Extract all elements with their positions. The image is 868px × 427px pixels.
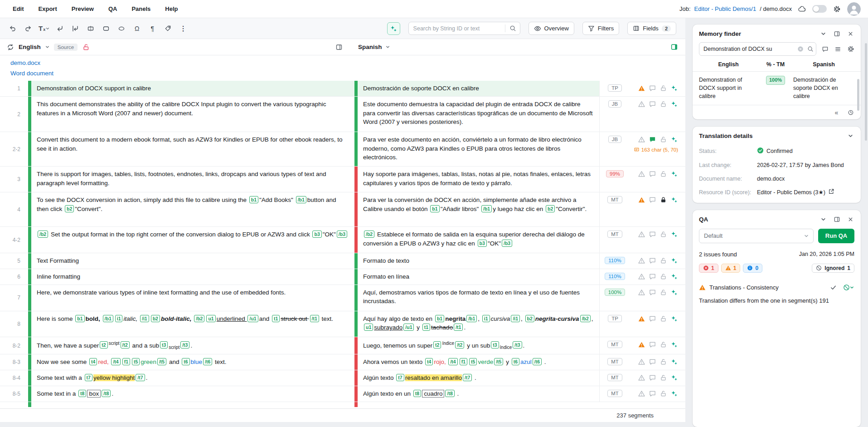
ai-sparkle-icon[interactable] <box>670 273 678 280</box>
inline-tag[interactable]: /b1 <box>481 205 492 212</box>
menu-export[interactable]: Export <box>39 5 57 12</box>
collapse-panel-icon[interactable] <box>820 30 827 38</box>
warning-icon[interactable] <box>638 341 645 348</box>
inline-tag[interactable]: /t7 <box>463 374 472 381</box>
ai-sparkle-icon[interactable] <box>670 84 678 92</box>
unlock-icon[interactable] <box>659 257 667 265</box>
collapse-source-panel-icon[interactable] <box>335 43 343 51</box>
segment-row[interactable]: 6Inline formattingFormato en línea110% <box>0 269 685 285</box>
segment-row[interactable]: 8-4Some text with a t7yellow highlight/t… <box>0 370 685 386</box>
inline-tag[interactable]: /b3 <box>502 240 512 247</box>
join-segments-icon[interactable] <box>69 22 82 35</box>
target-cell[interactable]: Este documento demuestra la capacidad de… <box>358 97 599 132</box>
target-cell[interactable]: Luego, tenemos un supert2índice/t2 y un … <box>358 337 599 354</box>
inline-tag[interactable]: i1 <box>115 315 123 322</box>
unlock-icon[interactable] <box>659 358 667 366</box>
segment-number[interactable]: 5 <box>0 253 28 269</box>
warning-icon[interactable] <box>638 289 645 296</box>
toggle-sidebar-icon[interactable] <box>670 43 678 51</box>
ai-sparkle-icon[interactable] <box>670 170 678 178</box>
segment-row[interactable]: 4-2/b2 Set the output format in the top … <box>0 227 685 253</box>
target-language-dropdown[interactable]: Spanish <box>358 44 382 50</box>
inline-tag[interactable]: /t1 <box>310 315 319 322</box>
source-cell[interactable]: To see the DOCX conversion in action, si… <box>31 192 354 226</box>
target-cell[interactable]: Algún texto en un t8cuadro/t8 . <box>358 386 599 402</box>
lock-icon[interactable] <box>659 196 667 204</box>
detach-panel-icon[interactable] <box>833 216 841 223</box>
text-case-dropdown[interactable]: Tx <box>37 22 51 35</box>
menu-edit[interactable]: Edit <box>13 5 24 12</box>
inline-tag[interactable]: /t4 <box>111 358 120 365</box>
warning-icon[interactable] <box>638 196 645 204</box>
segment-number[interactable]: 6 <box>0 269 28 285</box>
warning-icon[interactable] <box>638 136 645 143</box>
inline-tag[interactable]: t3 <box>160 341 168 348</box>
target-cell[interactable]: Aquí hay algo de texto en b1negrita/b1, … <box>358 311 599 337</box>
inline-tag[interactable]: t1 <box>272 315 280 322</box>
segment-row[interactable]: 4To see the DOCX conversion in action, s… <box>0 192 685 227</box>
warning-icon[interactable] <box>638 100 645 108</box>
inline-tag[interactable]: /t2 <box>121 341 130 348</box>
segment-row[interactable]: 8-3Now we see some t4red, /t4f1t5green/t… <box>0 354 685 370</box>
source-cell[interactable]: There is support for images, tables, lis… <box>31 167 354 192</box>
inline-tag[interactable]: t1 <box>422 324 430 331</box>
source-cell[interactable]: Some text with a t7yellow highlight/t7. <box>31 370 354 386</box>
target-cell[interactable]: Ahora vemos un texto t4rojo, /t4f1t5verd… <box>358 354 599 370</box>
segment-row[interactable]: 1Demonstration of DOCX support in calibr… <box>0 81 685 97</box>
segment-number[interactable]: 2-2 <box>0 132 28 166</box>
whitespace-icon[interactable]: ¶ <box>146 22 159 35</box>
ai-sparkle-icon[interactable] <box>670 341 678 348</box>
ignore-issue-dropdown[interactable] <box>843 284 854 291</box>
comment-icon[interactable] <box>649 257 656 265</box>
segment-row[interactable]: 5Text FormattingFormato de texto110% <box>0 253 685 269</box>
target-cell[interactable]: Formato de texto <box>358 253 599 269</box>
inline-tag[interactable]: /t2 <box>455 341 464 348</box>
segment-row[interactable]: 8Here is some b1bold, /b1i1italic, /i1b2… <box>0 311 685 337</box>
warning-icon[interactable] <box>638 358 645 366</box>
target-cell[interactable]: Hay soporte para imágenes, tablas, lista… <box>358 167 599 192</box>
inline-tag[interactable]: i1 <box>482 315 490 322</box>
unlock-icon[interactable] <box>659 315 667 323</box>
segment-number[interactable]: 4 <box>0 192 28 226</box>
comment-icon[interactable] <box>649 196 656 204</box>
inline-tag[interactable]: t7 <box>396 374 404 381</box>
inline-tag[interactable]: t4 <box>89 358 97 365</box>
inline-tag[interactable]: t2 <box>100 341 107 348</box>
more-options-icon[interactable]: ⋮ <box>177 22 189 35</box>
unlock-icon[interactable] <box>659 374 667 382</box>
inline-tag[interactable]: /b2 <box>364 231 374 238</box>
inline-tag[interactable]: t6 <box>182 358 189 365</box>
special-chars-icon[interactable]: Ω <box>131 22 143 35</box>
ai-sparkle-icon[interactable] <box>670 358 678 366</box>
inline-tag[interactable]: /b3 <box>337 231 347 238</box>
comment-icon[interactable] <box>649 374 656 382</box>
window-scrollbar[interactable] <box>865 43 867 141</box>
detach-panel-icon[interactable] <box>833 30 841 38</box>
unlock-icon[interactable] <box>659 136 667 143</box>
menu-qa[interactable]: QA <box>108 5 117 12</box>
inline-tag[interactable]: t5 <box>469 358 477 365</box>
memory-search-input[interactable]: Demonstration of DOCX su <box>699 42 816 56</box>
comment-icon[interactable] <box>649 100 656 108</box>
qa-ignored-filter[interactable]: Ignored 1 <box>812 264 854 273</box>
warning-icon[interactable] <box>638 390 645 398</box>
inline-tag[interactable]: /u1 <box>403 324 414 331</box>
ai-sparkle-icon[interactable] <box>670 100 678 108</box>
inline-tag[interactable]: t5 <box>132 358 140 365</box>
comment-icon[interactable] <box>649 315 656 323</box>
inline-tag[interactable]: f1 <box>460 358 467 365</box>
comment-icon[interactable] <box>649 231 656 238</box>
menu-preview[interactable]: Preview <box>72 5 94 12</box>
inline-tag[interactable]: f1 <box>122 358 130 365</box>
source-cell[interactable]: This document demonstrates the ability o… <box>31 97 354 132</box>
qa-info-count[interactable]: 0 <box>743 264 762 273</box>
unlock-icon[interactable] <box>659 289 667 296</box>
segment-row[interactable]: 2This document demonstrates the ability … <box>0 97 685 132</box>
inline-tag[interactable]: /i1 <box>511 315 520 322</box>
segment-number[interactable]: 3 <box>0 167 28 192</box>
inline-tag[interactable]: /b1 <box>296 196 306 203</box>
source-cell[interactable]: Here is some b1bold, /b1i1italic, /i1b2b… <box>31 311 354 337</box>
inline-tag[interactable]: /t3 <box>180 341 189 348</box>
ai-sparkle-icon[interactable] <box>670 136 678 143</box>
undo-icon[interactable] <box>6 22 19 35</box>
